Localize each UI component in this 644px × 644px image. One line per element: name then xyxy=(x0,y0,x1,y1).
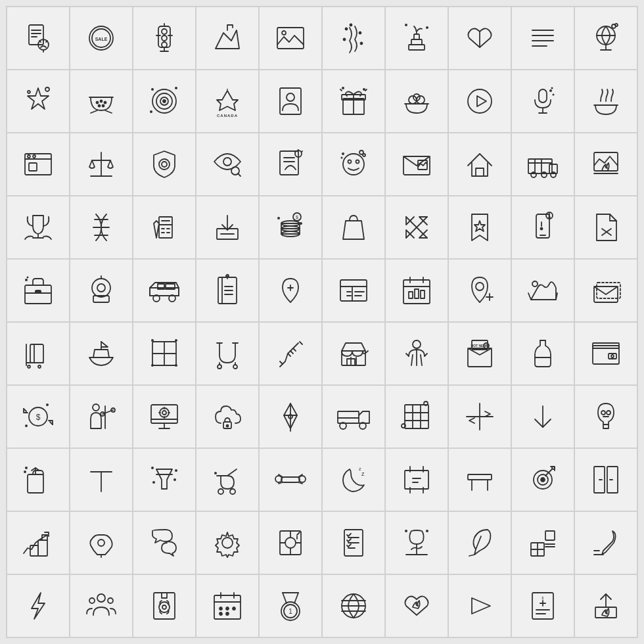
svg-line-97 xyxy=(238,173,241,176)
icon-gift-box xyxy=(323,70,384,132)
svg-point-341 xyxy=(98,540,104,546)
icon-fruit-bowl xyxy=(386,70,448,132)
svg-point-45 xyxy=(45,87,49,91)
svg-rect-159 xyxy=(25,285,51,304)
svg-rect-203 xyxy=(30,344,43,363)
svg-point-51 xyxy=(101,101,103,103)
icon-sale-badge: SALE xyxy=(70,7,132,69)
svg-rect-183 xyxy=(340,280,367,301)
svg-rect-281 xyxy=(405,405,428,428)
icon-image-frame xyxy=(260,7,321,69)
icon-star-badge xyxy=(7,70,69,132)
svg-point-166 xyxy=(97,284,105,292)
svg-point-369 xyxy=(89,598,95,603)
svg-point-156 xyxy=(549,217,550,218)
svg-line-226 xyxy=(290,351,293,354)
svg-point-58 xyxy=(163,100,166,103)
svg-rect-310 xyxy=(281,477,300,482)
svg-point-255 xyxy=(93,404,99,411)
icon-heart-split xyxy=(449,7,511,69)
icon-expand-arrows xyxy=(386,196,448,258)
icon-medical-doc: $ xyxy=(512,575,574,637)
svg-rect-277 xyxy=(338,411,359,423)
svg-line-227 xyxy=(288,354,290,356)
svg-line-359 xyxy=(469,555,474,556)
svg-point-253 xyxy=(46,403,49,406)
icon-envelope-image xyxy=(386,133,448,195)
svg-point-303 xyxy=(175,469,177,472)
icon-text-t xyxy=(70,449,132,511)
svg-text:SALE: SALE xyxy=(95,37,108,41)
icon-boat xyxy=(70,323,132,384)
svg-point-254 xyxy=(25,425,28,427)
icon-mountain-flag xyxy=(196,7,258,69)
icon-plant-podium xyxy=(386,7,448,69)
svg-point-197 xyxy=(476,283,484,290)
icon-luggage-cart xyxy=(7,323,69,384)
svg-point-154 xyxy=(541,228,543,230)
icon-monitor-gears xyxy=(133,386,195,448)
svg-line-351 xyxy=(297,532,300,535)
svg-rect-29 xyxy=(411,39,422,45)
icon-doc-x xyxy=(575,196,637,258)
svg-point-50 xyxy=(97,102,99,104)
svg-line-70 xyxy=(340,89,342,91)
svg-point-31 xyxy=(405,24,407,26)
svg-point-64 xyxy=(287,93,294,101)
svg-point-27 xyxy=(350,24,352,26)
icon-rolling-pin xyxy=(260,449,321,511)
icon-pen-nib xyxy=(260,386,321,448)
svg-point-26 xyxy=(361,43,363,45)
icon-phone-alert xyxy=(512,196,574,258)
icon-truck-grid xyxy=(512,133,574,195)
svg-point-147 xyxy=(277,217,280,219)
svg-marker-77 xyxy=(477,96,486,106)
svg-rect-319 xyxy=(405,471,428,489)
svg-rect-228 xyxy=(342,351,365,365)
icon-mind-head xyxy=(575,386,637,448)
svg-line-386 xyxy=(294,593,298,603)
icon-lightbulb-doc xyxy=(7,7,69,69)
svg-point-88 xyxy=(33,155,35,158)
svg-point-297 xyxy=(25,467,28,469)
svg-point-370 xyxy=(108,598,113,603)
svg-point-308 xyxy=(230,489,235,494)
svg-point-378 xyxy=(219,607,222,610)
icon-bottle xyxy=(512,323,574,384)
icon-moon-zzz: z z xyxy=(323,449,384,511)
icon-quill-sign xyxy=(575,512,637,574)
icon-target-circle xyxy=(133,70,195,132)
svg-point-373 xyxy=(162,605,166,609)
svg-point-200 xyxy=(532,281,538,287)
icon-star-bookmark xyxy=(449,196,511,258)
icon-briefcase xyxy=(7,260,69,321)
svg-point-309 xyxy=(214,472,217,474)
svg-line-234 xyxy=(421,355,422,365)
icon-calendar-bars xyxy=(386,260,448,321)
svg-point-68 xyxy=(342,87,344,89)
icon-magnet xyxy=(196,323,258,384)
svg-point-82 xyxy=(553,94,555,96)
icon-medal: 1 xyxy=(260,575,321,637)
svg-rect-195 xyxy=(415,289,419,298)
icon-eye-search xyxy=(196,133,258,195)
svg-text:1: 1 xyxy=(288,608,292,615)
icon-recycle-veg xyxy=(386,512,448,574)
svg-point-220 xyxy=(233,365,237,369)
icon-map-pin-plus xyxy=(449,260,511,321)
svg-rect-89 xyxy=(29,163,37,171)
svg-rect-196 xyxy=(421,290,425,298)
svg-point-76 xyxy=(468,89,492,113)
icon-text-align xyxy=(512,7,574,69)
icon-scale-balance xyxy=(70,133,132,195)
svg-point-345 xyxy=(285,538,296,548)
svg-point-14 xyxy=(162,35,167,41)
svg-point-107 xyxy=(356,160,359,164)
svg-rect-115 xyxy=(528,159,552,173)
icon-person-scale xyxy=(70,386,132,448)
svg-point-13 xyxy=(162,29,167,34)
svg-point-380 xyxy=(233,607,235,610)
svg-point-22 xyxy=(282,31,286,35)
icon-traffic-light xyxy=(133,7,195,69)
icon-city-growth xyxy=(7,512,69,574)
